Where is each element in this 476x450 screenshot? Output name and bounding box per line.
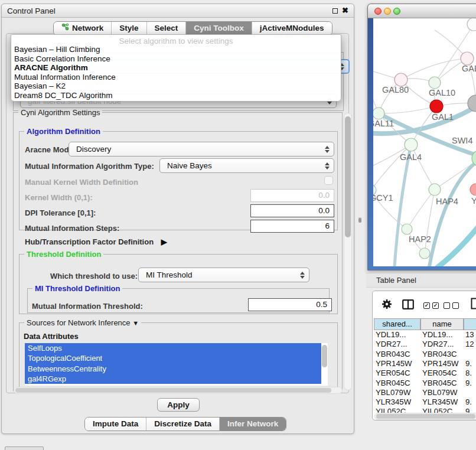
network-window-titlebar[interactable] [368, 4, 476, 18]
network-canvas[interactable]: GALGAL80GAL10GAL1GAL11SWI4GAL4GCY1HAP4YH… [373, 18, 476, 266]
node-label: HAP4 [436, 197, 458, 206]
tab-label: Impute Data [93, 418, 138, 431]
table-cell[interactable]: YDL19... [422, 330, 452, 339]
aracne-mode-combo[interactable]: Discovery [69, 142, 334, 156]
scrollbar-thumb[interactable] [345, 116, 351, 237]
kernel-width-field[interactable]: 0.0 [250, 189, 334, 202]
tab-select[interactable]: Select [147, 22, 187, 35]
tab-cyni-toolbox[interactable]: Cyni Toolbox [186, 22, 252, 35]
table-row[interactable]: YBL079WYBL079W [373, 388, 476, 397]
network-node[interactable] [419, 248, 430, 259]
network-node-gal80[interactable] [395, 73, 407, 86]
attribute-item-selfloops[interactable]: SelfLoops [25, 343, 321, 353]
table-cell[interactable]: YPR145W [376, 359, 412, 368]
table-cell[interactable]: 12 [465, 340, 474, 348]
tab-impute-data[interactable]: Impute Data [85, 418, 146, 431]
table-row[interactable]: YER054CYER054C8. [373, 369, 476, 378]
table-row[interactable]: YDR27...YDR27...12 [373, 340, 476, 349]
algorithm-option-dream8-dc-tdc-algorithm[interactable]: Dream8 DC_TDC Algorithm [11, 91, 341, 100]
tab-jactivemnodules[interactable]: jActiveMNodules [252, 22, 332, 35]
gear-icon[interactable] [382, 299, 392, 312]
minimize-traffic-light[interactable] [384, 8, 391, 15]
tab-discretize-data[interactable]: Discretize Data [146, 418, 220, 431]
scrollbar-thumb[interactable] [15, 388, 331, 393]
network-node-gal11[interactable] [373, 107, 384, 119]
column-header-3[interactable] [464, 318, 476, 330]
splitter-grip[interactable] [358, 217, 361, 223]
table-cell[interactable]: 9. [465, 397, 472, 406]
sources-legend[interactable]: Sources for Network Inference ▼ [24, 318, 141, 327]
network-node-gal[interactable] [461, 52, 474, 65]
table-cell[interactable]: YDR27... [376, 340, 407, 348]
network-node[interactable] [467, 18, 476, 31]
table-cell[interactable]: 9. [465, 379, 472, 387]
list-scrollbar-thumb[interactable] [322, 345, 327, 367]
threshold-definition-legend: Threshold Definition [24, 250, 103, 259]
apply-button[interactable]: Apply [157, 398, 200, 412]
table-cell[interactable]: YLR345W [422, 397, 458, 406]
table-row[interactable]: YLR345WYLR345W9. [373, 397, 476, 407]
document-icon[interactable] [471, 298, 476, 312]
table-cell[interactable]: YBL079W [422, 388, 457, 397]
tab-network[interactable]: Network [54, 22, 112, 35]
scrollbar-thumb[interactable] [376, 414, 475, 419]
table-cell[interactable]: YBR045C [422, 379, 457, 387]
float-window-icon[interactable] [332, 8, 338, 14]
table-cell[interactable]: YDR27... [422, 340, 454, 348]
table-cell[interactable]: YLR345W [376, 397, 411, 406]
select-all-checks-icon[interactable]: ✓✓ [423, 302, 441, 313]
settings-vertical-scrollbar[interactable] [344, 113, 352, 390]
attribute-item-topologicalcoefficient[interactable]: TopologicalCoefficient [25, 353, 321, 363]
which-threshold-combo[interactable]: MI Threshold [138, 268, 309, 282]
table-cell[interactable]: YPR145W [422, 359, 459, 368]
network-node-hap4[interactable] [429, 184, 441, 195]
close-traffic-light[interactable] [374, 8, 382, 15]
collapsed-panel-handle[interactable] [5, 446, 44, 450]
table-horizontal-scrollbar[interactable] [374, 413, 476, 420]
algorithm-option-bayesian-k2[interactable]: Bayesian – K2 [11, 81, 341, 91]
settings-horizontal-scrollbar[interactable] [14, 387, 343, 394]
zoom-traffic-light[interactable] [393, 8, 400, 15]
table-cell[interactable]: 9. [465, 359, 472, 368]
network-edge [407, 190, 435, 229]
close-icon[interactable]: ✖ [342, 6, 348, 15]
table-cell[interactable]: YBR045C [376, 379, 410, 387]
network-node-y[interactable] [470, 184, 476, 195]
table-cell[interactable]: YER054C [376, 369, 410, 377]
mi-type-combo[interactable]: Naive Bayes [159, 158, 334, 173]
algorithm-option-aracne-algorithm[interactable]: ARACNE Algorithm [11, 63, 341, 73]
network-node-gal10[interactable] [429, 77, 441, 89]
algorithm-option-mutual-information-inference[interactable]: Mutual Information Inference [11, 73, 341, 82]
deselect-all-checks-icon[interactable] [444, 302, 461, 313]
column-header-name[interactable]: name [420, 318, 464, 330]
table-cell[interactable]: 8. [465, 369, 472, 377]
algorithm-option-basic-correlation-inference[interactable]: Basic Correlation Inference [11, 54, 341, 64]
network-node-hap2[interactable] [402, 224, 412, 234]
table-cell[interactable]: YBL079W [376, 388, 410, 397]
table-row[interactable]: YPR145WYPR145W9. [373, 359, 476, 369]
network-edge [379, 106, 436, 113]
columns-icon[interactable] [402, 299, 414, 312]
manual-kernel-checkbox[interactable] [324, 176, 333, 185]
table-row[interactable]: YBR043CYBR043C [373, 350, 476, 359]
mi-steps-field[interactable]: 6 [250, 220, 334, 233]
table-row[interactable]: YDL19...YDL19...13 [373, 330, 476, 340]
tab-style[interactable]: Style [112, 22, 146, 35]
attribute-item-gal4rgexp[interactable]: gal4RGexp [25, 374, 321, 384]
table-cell[interactable]: 13 [465, 330, 474, 339]
table-row[interactable]: YBR045CYBR045C9. [373, 379, 476, 388]
network-node-gal1[interactable] [430, 100, 443, 113]
hub-definition-toggle[interactable]: Hub/Transcription Factor Definition ▶ [25, 237, 167, 246]
mi-threshold-field[interactable]: 0.5 [248, 298, 332, 311]
table-cell[interactable]: YER054C [422, 369, 457, 377]
table-cell[interactable]: YDL19... [376, 330, 406, 339]
algorithm-option-bayesian-hill-climbing[interactable]: Bayesian – Hill Climbing [11, 45, 341, 54]
dpi-tolerance-field[interactable]: 0.0 [250, 204, 334, 217]
table-cell[interactable]: YBR043C [422, 350, 457, 358]
tab-infer-network[interactable]: Infer Network [220, 418, 286, 431]
control-panel-titlebar[interactable]: Control Panel ✖ [2, 4, 354, 18]
table-cell[interactable]: YBR043C [376, 350, 410, 358]
network-node-gal4[interactable] [405, 138, 418, 151]
column-header-shared[interactable]: shared... [374, 318, 420, 330]
attribute-item-betweennesscentrality[interactable]: BetweennessCentrality [25, 364, 321, 374]
